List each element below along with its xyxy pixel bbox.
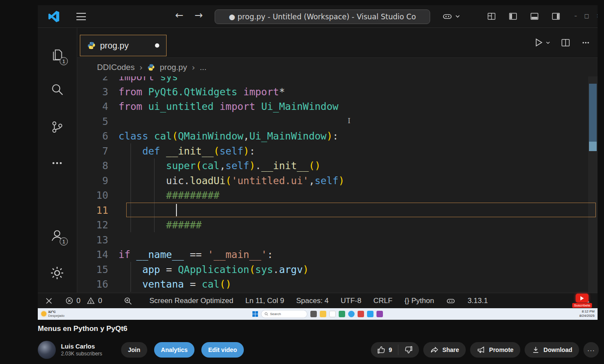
encoding-status[interactable]: UTF-8 xyxy=(341,297,361,305)
vscode-taskbar-icon[interactable] xyxy=(367,311,373,317)
dislike-button[interactable] xyxy=(398,346,419,354)
code-line[interactable]: 6class cal(QMainWindow,Ui_MainWindow): xyxy=(77,129,598,144)
taskbar-clock[interactable]: 8:12 PM 8/24/2025 xyxy=(579,309,595,318)
more-actions-button[interactable]: ··· xyxy=(583,342,599,358)
code-line[interactable]: 2import sys xyxy=(77,76,598,85)
line-number[interactable]: 8 xyxy=(77,158,118,173)
code-line[interactable]: 7 def __init__(self): xyxy=(77,144,598,159)
toggle-sidebar-left-icon[interactable] xyxy=(508,12,518,21)
join-button[interactable]: Join xyxy=(121,342,147,358)
status-remote-icon[interactable] xyxy=(45,297,53,305)
code-line[interactable]: 4from ui_untitled import Ui_MainWindow xyxy=(77,99,598,114)
analytics-button[interactable]: Analytics xyxy=(154,342,194,358)
code-line[interactable]: 12 ###### xyxy=(77,218,598,233)
share-button[interactable]: Share xyxy=(423,342,466,358)
weather-widget[interactable]: 32°C Despejado xyxy=(41,310,64,318)
download-button[interactable]: Download xyxy=(525,342,579,358)
breadcrumb-item[interactable]: prog.py xyxy=(160,63,187,72)
minimize-button[interactable]: – xyxy=(574,13,577,19)
line-number[interactable]: 10 xyxy=(77,188,118,203)
code-line[interactable]: 9 uic.loadUi('untitled.ui',self) xyxy=(77,173,598,188)
problems-indicator[interactable]: 0 0 xyxy=(65,297,102,305)
command-center[interactable]: ● prog.py - Untitled (Workspace) - Visua… xyxy=(215,9,430,24)
line-number[interactable]: 9 xyxy=(77,173,118,188)
tab-prog-py[interactable]: prog.py xyxy=(80,35,167,56)
line-number[interactable]: 15 xyxy=(77,262,118,277)
promote-button[interactable]: Promote xyxy=(470,342,520,358)
menu-icon[interactable] xyxy=(76,13,86,20)
line-number[interactable]: 13 xyxy=(77,233,118,248)
line-number[interactable]: 5 xyxy=(77,114,118,129)
screen-reader-status[interactable]: Screen Reader Optimized xyxy=(149,297,234,305)
like-button[interactable]: 9 xyxy=(371,346,398,354)
sun-icon xyxy=(41,311,46,316)
taskbar-search[interactable]: Search xyxy=(261,310,307,318)
video-player[interactable]: ← → ● prog.py - Untitled (Workspace) - V… xyxy=(38,5,598,320)
indentation-status[interactable]: Spaces: 4 xyxy=(296,297,329,305)
run-button[interactable] xyxy=(533,37,550,48)
edge-browser-icon[interactable] xyxy=(348,311,355,317)
source-control-icon[interactable] xyxy=(50,120,65,135)
settings-gear-icon[interactable] xyxy=(50,266,65,281)
line-number[interactable]: 11 xyxy=(77,203,118,218)
code-line[interactable]: 8 super(cal,self).__init__() xyxy=(77,158,598,173)
code-line[interactable]: 16 ventana = cal() xyxy=(77,277,598,292)
copilot-status-icon[interactable] xyxy=(446,296,455,306)
indent-guide xyxy=(131,143,131,232)
code-line[interactable]: 13 xyxy=(77,233,598,248)
more-views-icon[interactable] xyxy=(50,156,65,171)
whiteboard-icon[interactable] xyxy=(329,311,336,317)
indent-guide xyxy=(154,158,155,232)
explorer-icon[interactable]: 1 xyxy=(50,48,65,63)
code-text: class cal(QMainWindow,Ui_MainWindow): xyxy=(118,129,338,144)
editor-more-icon[interactable] xyxy=(581,38,591,48)
line-number[interactable]: 2 xyxy=(77,76,118,85)
line-number[interactable]: 16 xyxy=(77,277,118,292)
code-line[interactable]: 3from PyQt6.QtWidgets import* xyxy=(77,85,598,100)
shield-icon[interactable] xyxy=(339,311,345,317)
language-status[interactable]: {} Python xyxy=(404,297,434,305)
line-number[interactable]: 6 xyxy=(77,129,118,144)
app-icon[interactable] xyxy=(376,311,383,317)
line-number[interactable]: 4 xyxy=(77,99,118,114)
eol-status[interactable]: CRLF xyxy=(373,297,392,305)
breadcrumb-item[interactable]: DDICodes xyxy=(97,63,135,72)
line-number[interactable]: 14 xyxy=(77,247,118,262)
breadcrumb-item[interactable]: ... xyxy=(200,63,206,72)
split-editor-icon[interactable] xyxy=(561,38,571,48)
code-line[interactable]: 10 ######### xyxy=(77,188,598,203)
cursor-position-status[interactable]: Ln 11, Col 9 xyxy=(246,297,284,305)
windows-start-icon[interactable] xyxy=(252,311,258,317)
copilot-button[interactable] xyxy=(442,11,460,21)
code-line[interactable]: 5 xyxy=(77,114,598,129)
edit-video-button[interactable]: Edit video xyxy=(201,342,244,358)
code-line[interactable]: 14if __name__ == '__main__': xyxy=(77,247,598,262)
scrollbar[interactable] xyxy=(588,76,598,293)
customize-layout-icon[interactable] xyxy=(487,12,496,21)
line-number[interactable]: 3 xyxy=(77,85,118,100)
task-view-icon[interactable] xyxy=(310,311,317,317)
search-icon[interactable] xyxy=(50,82,65,97)
toggle-sidebar-right-icon[interactable] xyxy=(551,12,561,21)
code-editor[interactable]: 2import sys3from PyQt6.QtWidgets import*… xyxy=(77,76,598,293)
forward-arrow-icon[interactable]: → xyxy=(194,9,203,21)
toggle-panel-icon[interactable] xyxy=(530,12,539,21)
line-number[interactable]: 12 xyxy=(77,218,118,233)
file-explorer-icon[interactable] xyxy=(320,311,326,317)
close-button[interactable]: × xyxy=(596,13,598,19)
line-number[interactable]: 7 xyxy=(77,144,118,159)
channel-avatar[interactable] xyxy=(38,341,56,359)
python-file-icon xyxy=(147,64,155,71)
warnings-icon xyxy=(87,297,95,305)
channel-name[interactable]: Luis Carlos xyxy=(61,343,112,350)
maximize-button[interactable]: □ xyxy=(584,13,589,19)
accounts-icon[interactable]: 1 xyxy=(50,228,65,243)
back-arrow-icon[interactable]: ← xyxy=(175,9,183,21)
breadcrumb: DDICodes › prog.py › ... xyxy=(77,58,598,76)
scrollbar-slider[interactable] xyxy=(589,84,597,142)
modified-dot-icon[interactable] xyxy=(155,43,159,48)
python-version-status[interactable]: 3.13.1 xyxy=(467,297,488,305)
mail-icon[interactable] xyxy=(358,311,364,317)
code-line[interactable]: 15 app = QApplication(sys.argv) xyxy=(77,262,598,277)
zoom-icon[interactable] xyxy=(124,297,132,305)
